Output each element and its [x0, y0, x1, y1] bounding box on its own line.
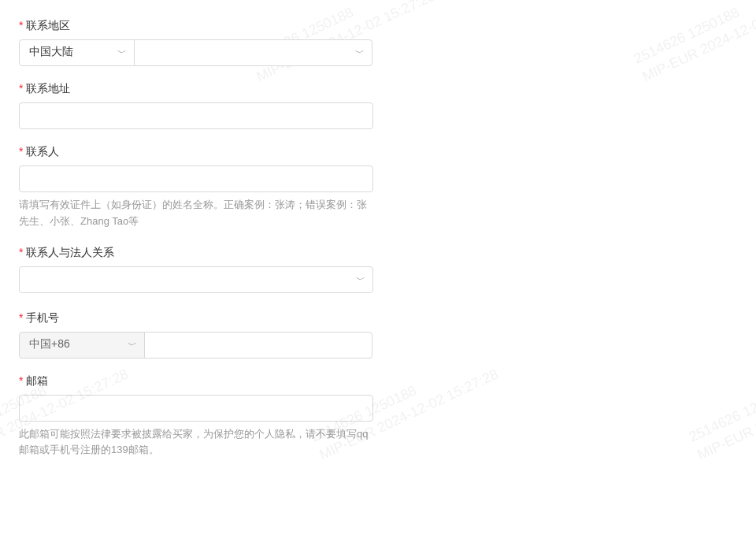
email-hint: 此邮箱可能按照法律要求被披露给买家，为保护您的个人隐私，请不要填写qq邮箱或手机… — [19, 426, 373, 459]
region-country-value: 中国大陆 — [29, 45, 73, 58]
label-relation: *联系人与法人关系 — [19, 246, 737, 260]
label-email: *邮箱 — [19, 374, 737, 388]
field-relation: *联系人与法人关系 ﹀ — [19, 246, 737, 295]
label-relation-text: 联系人与法人关系 — [26, 246, 114, 258]
region-country-select[interactable]: 中国大陆 — [19, 39, 135, 66]
field-region: *联系地区 中国大陆 ﹀ ﹀ — [19, 19, 737, 66]
label-contact: *联系人 — [19, 145, 737, 159]
label-phone: *手机号 — [19, 311, 737, 325]
phone-input[interactable] — [144, 332, 372, 359]
field-address: *联系地址 — [19, 82, 737, 129]
label-region-text: 联系地区 — [26, 19, 70, 32]
field-email: *邮箱 此邮箱可能按照法律要求被披露给买家，为保护您的个人隐私，请不要填写qq邮… — [19, 374, 737, 459]
field-contact: *联系人 请填写有效证件上（如身份证）的姓名全称。正确案例：张涛；错误案例：张先… — [19, 145, 737, 230]
required-star-icon: * — [19, 311, 23, 324]
region-province-select[interactable] — [134, 39, 372, 66]
label-email-text: 邮箱 — [26, 374, 48, 387]
required-star-icon: * — [19, 374, 23, 387]
relation-select[interactable] — [19, 266, 373, 293]
phone-prefix-value: 中国+86 — [29, 337, 70, 350]
contact-input[interactable] — [19, 165, 373, 192]
label-contact-text: 联系人 — [26, 145, 59, 158]
label-region: *联系地区 — [19, 19, 737, 33]
contact-hint: 请填写有效证件上（如身份证）的姓名全称。正确案例：张涛；错误案例：张先生、小张、… — [19, 197, 373, 230]
required-star-icon: * — [19, 246, 23, 258]
required-star-icon: * — [19, 145, 23, 158]
phone-prefix-select[interactable]: 中国+86 — [19, 332, 145, 359]
address-input[interactable] — [19, 102, 373, 129]
field-phone: *手机号 中国+86 ﹀ — [19, 311, 737, 359]
label-phone-text: 手机号 — [26, 311, 59, 324]
label-address: *联系地址 — [19, 82, 737, 96]
label-address-text: 联系地址 — [26, 82, 70, 95]
required-star-icon: * — [19, 19, 23, 32]
email-input[interactable] — [19, 395, 373, 422]
required-star-icon: * — [19, 82, 23, 95]
